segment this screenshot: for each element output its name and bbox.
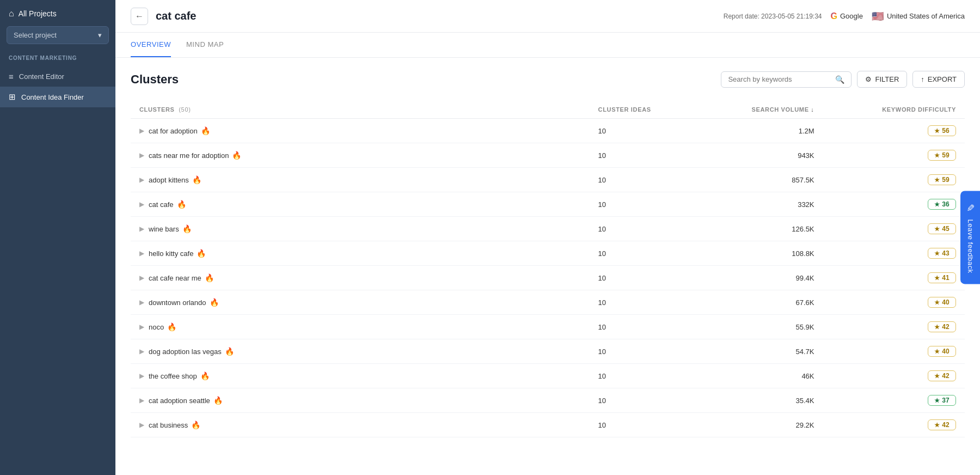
cluster-ideas-count: 10 <box>590 266 699 290</box>
star-icon: ★ <box>934 250 940 257</box>
export-label: EXPORT <box>928 75 957 83</box>
hot-icon: 🔥 <box>225 347 234 356</box>
search-input[interactable] <box>728 75 835 83</box>
difficulty-badge: ★ 59 <box>928 150 956 161</box>
table-row[interactable]: ▶ hello kitty cafe 🔥 10 108.8K ★ 43 <box>131 241 965 266</box>
project-select-dropdown[interactable]: Select project ▾ <box>7 26 109 44</box>
chevron-down-icon: ▾ <box>98 31 102 39</box>
cluster-name-cell-9: ▶ dog adoption las vegas 🔥 <box>131 339 590 364</box>
col-header-keyword-difficulty: KEYWORD DIFFICULTY <box>823 101 965 119</box>
difficulty-badge: ★ 42 <box>928 419 956 430</box>
star-icon: ★ <box>934 152 940 159</box>
sidebar-item-label-content-editor: Content Editor <box>19 72 64 81</box>
filter-icon: ⚙ <box>865 75 872 83</box>
sidebar-item-content-idea-finder[interactable]: ⊞ Content Idea Finder <box>0 87 115 107</box>
table-row[interactable]: ▶ adopt kittens 🔥 10 857.5K ★ 59 <box>131 168 965 192</box>
difficulty-badge: ★ 37 <box>928 395 956 406</box>
clusters-count: (50) <box>179 106 191 113</box>
feedback-label: Leave feedback <box>966 219 975 273</box>
table-row[interactable]: ▶ dog adoption las vegas 🔥 10 54.7K ★ 40 <box>131 339 965 364</box>
expand-icon[interactable]: ▶ <box>139 299 144 306</box>
table-row[interactable]: ▶ downtown orlando 🔥 10 67.6K ★ 40 <box>131 290 965 315</box>
cluster-name-cell-0: ▶ cat for adoption 🔥 <box>131 119 590 143</box>
difficulty-value: 59 <box>942 176 949 184</box>
cluster-ideas-count: 10 <box>590 168 699 192</box>
hot-icon: 🔥 <box>210 298 219 307</box>
tab-bar: OVERVIEW MIND MAP <box>115 33 980 58</box>
cluster-name: cat cafe <box>149 200 174 209</box>
expand-icon[interactable]: ▶ <box>139 397 144 404</box>
difficulty-badge: ★ 45 <box>928 223 956 234</box>
table-row[interactable]: ▶ cat business 🔥 10 29.2K ★ 42 <box>131 413 965 437</box>
difficulty-value: 42 <box>942 372 949 380</box>
expand-icon[interactable]: ▶ <box>139 421 144 429</box>
tab-mind-map[interactable]: MIND MAP <box>186 33 224 57</box>
cluster-name-cell-12: ▶ cat business 🔥 <box>131 413 590 437</box>
cluster-ideas-count: 10 <box>590 388 699 413</box>
all-projects-link[interactable]: ⌂ All Projects <box>0 0 115 26</box>
col-header-cluster-ideas: CLUSTER IDEAS <box>590 101 699 119</box>
table-row[interactable]: ▶ cat for adoption 🔥 10 1.2M ★ 56 <box>131 119 965 143</box>
star-icon: ★ <box>934 275 940 282</box>
difficulty-value: 45 <box>942 225 949 233</box>
sidebar-item-content-editor[interactable]: ≡ Content Editor <box>0 66 115 87</box>
expand-icon[interactable]: ▶ <box>139 372 144 380</box>
cluster-difficulty-cell: ★ 41 <box>823 266 965 290</box>
difficulty-value: 59 <box>942 151 949 159</box>
cluster-difficulty-cell: ★ 59 <box>823 168 965 192</box>
cluster-difficulty-cell: ★ 42 <box>823 315 965 339</box>
table-row[interactable]: ▶ noco 🔥 10 55.9K ★ 42 <box>131 315 965 339</box>
cluster-search-volume: 332K <box>699 192 823 217</box>
all-projects-label: All Projects <box>19 9 57 18</box>
page-title: cat cafe <box>156 10 724 22</box>
table-row[interactable]: ▶ the coffee shop 🔥 10 46K ★ 42 <box>131 364 965 388</box>
table-row[interactable]: ▶ cat adoption seattle 🔥 10 35.4K ★ 37 <box>131 388 965 413</box>
cluster-search-volume: 1.2M <box>699 119 823 143</box>
search-box[interactable]: 🔍 <box>721 71 852 88</box>
hot-icon: 🔥 <box>201 126 210 135</box>
expand-icon[interactable]: ▶ <box>139 348 144 355</box>
feedback-tab[interactable]: ✎ Leave feedback <box>960 191 980 284</box>
table-row[interactable]: ▶ cat cafe near me 🔥 10 99.4K ★ 41 <box>131 266 965 290</box>
tab-overview[interactable]: OVERVIEW <box>131 33 171 57</box>
content-editor-icon: ≡ <box>9 72 14 81</box>
search-icon: 🔍 <box>835 75 844 84</box>
expand-icon[interactable]: ▶ <box>139 274 144 282</box>
table-row[interactable]: ▶ cat cafe 🔥 10 332K ★ 36 <box>131 192 965 217</box>
cluster-ideas-count: 10 <box>590 290 699 315</box>
hot-icon: 🔥 <box>232 151 241 160</box>
expand-icon[interactable]: ▶ <box>139 200 144 208</box>
back-button[interactable]: ← <box>131 8 148 25</box>
expand-icon[interactable]: ▶ <box>139 127 144 135</box>
expand-icon[interactable]: ▶ <box>139 323 144 331</box>
filter-button[interactable]: ⚙ FILTER <box>857 71 907 88</box>
google-label: Google <box>840 12 863 20</box>
table-row[interactable]: ▶ wine bars 🔥 10 126.5K ★ 45 <box>131 217 965 241</box>
difficulty-badge: ★ 40 <box>928 297 956 308</box>
hot-icon: 🔥 <box>197 249 206 258</box>
flag-icon: 🇺🇸 <box>872 10 884 22</box>
expand-icon[interactable]: ▶ <box>139 225 144 233</box>
star-icon: ★ <box>934 422 940 429</box>
star-icon: ★ <box>934 127 940 135</box>
cluster-ideas-count: 10 <box>590 364 699 388</box>
cluster-difficulty-cell: ★ 40 <box>823 339 965 364</box>
expand-icon[interactable]: ▶ <box>139 151 144 159</box>
expand-icon[interactable]: ▶ <box>139 249 144 257</box>
star-icon: ★ <box>934 176 940 184</box>
cluster-ideas-count: 10 <box>590 192 699 217</box>
cluster-search-volume: 99.4K <box>699 266 823 290</box>
home-icon: ⌂ <box>9 9 14 19</box>
cluster-name: dog adoption las vegas <box>149 348 222 356</box>
col-header-search-volume[interactable]: SEARCH VOLUME <box>699 101 823 119</box>
cluster-name: cat adoption seattle <box>149 397 210 405</box>
cluster-search-volume: 108.8K <box>699 241 823 266</box>
col-header-clusters: CLUSTERS (50) <box>131 101 590 119</box>
export-button[interactable]: ↑ EXPORT <box>912 71 965 88</box>
expand-icon[interactable]: ▶ <box>139 176 144 184</box>
cluster-name-cell-10: ▶ the coffee shop 🔥 <box>131 364 590 388</box>
star-icon: ★ <box>934 373 940 380</box>
sidebar-item-label-content-idea-finder: Content Idea Finder <box>21 93 84 101</box>
table-row[interactable]: ▶ cats near me for adoption 🔥 10 943K ★ … <box>131 143 965 168</box>
difficulty-value: 42 <box>942 323 949 331</box>
